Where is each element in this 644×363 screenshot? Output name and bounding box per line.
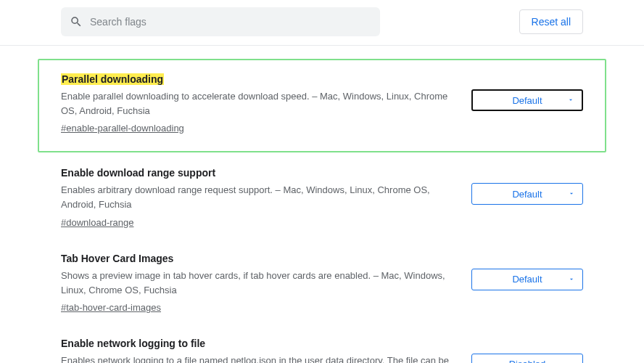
flag-row: Enable download range support Enables ar… (38, 155, 606, 240)
header-bar: Reset all (0, 0, 644, 46)
flag-description: Enable parallel downloading to accelerat… (61, 89, 454, 118)
flag-select-value: Default (512, 274, 542, 285)
flag-description: Shows a preview image in tab hover cards… (61, 269, 454, 298)
flag-select-value: Disabled (509, 359, 546, 363)
flag-description: Enables arbitrary download range request… (61, 183, 454, 212)
flag-select-value: Default (512, 95, 542, 106)
flag-anchor-link[interactable]: #tab-hover-card-images (61, 302, 161, 313)
flag-select[interactable]: Default (471, 269, 583, 290)
flag-title: Enable network logging to file (61, 338, 205, 349)
chevron-down-icon (568, 274, 575, 285)
flag-control: Default (471, 183, 583, 205)
flag-control: Default (471, 89, 583, 111)
flag-select[interactable]: Default (471, 183, 583, 205)
flag-anchor-link[interactable]: #download-range (61, 217, 133, 228)
flag-row: Parallel downloading Enable parallel dow… (38, 59, 606, 152)
flag-title: Tab Hover Card Images (61, 253, 173, 264)
flag-row: Tab Hover Card Images Shows a preview im… (38, 241, 606, 326)
flag-body: Enable download range support Enables ar… (61, 167, 454, 227)
chevron-down-icon (568, 189, 575, 200)
chevron-down-icon (567, 95, 574, 106)
flag-select[interactable]: Default (471, 89, 583, 111)
flag-control: Disabled (471, 354, 583, 363)
flag-body: Tab Hover Card Images Shows a preview im… (61, 253, 454, 313)
search-field[interactable] (61, 7, 380, 36)
flag-body: Enable network logging to file Enables n… (61, 338, 454, 363)
flag-select-value: Default (512, 189, 542, 200)
flag-control: Default (471, 269, 583, 290)
chevron-down-icon (568, 359, 575, 363)
flag-body: Parallel downloading Enable parallel dow… (61, 73, 454, 134)
flag-anchor-link[interactable]: #enable-parallel-downloading (61, 123, 184, 134)
flag-description: Enables network logging to a file named … (61, 354, 454, 363)
flag-row: Enable network logging to file Enables n… (38, 326, 606, 363)
search-input[interactable] (90, 16, 371, 28)
search-icon (70, 15, 83, 28)
flags-list: Parallel downloading Enable parallel dow… (0, 46, 644, 363)
flag-select[interactable]: Disabled (471, 354, 583, 363)
reset-all-button[interactable]: Reset all (519, 9, 583, 34)
flag-title: Parallel downloading (61, 73, 164, 85)
flag-title: Enable download range support (61, 167, 215, 179)
